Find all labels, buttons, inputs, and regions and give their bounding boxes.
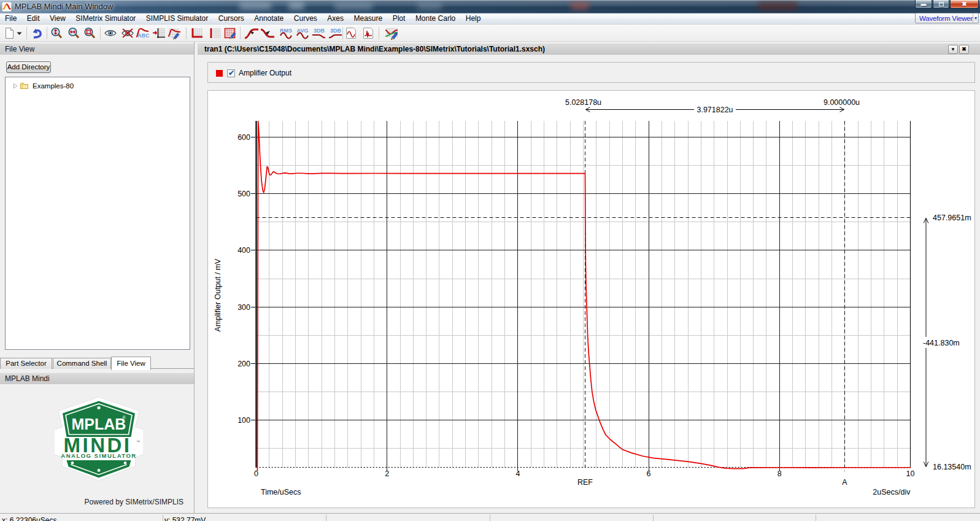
dropdown-arrow-icon: ▼ [973, 16, 978, 20]
svg-text:MPLAB: MPLAB [72, 415, 126, 433]
main-area: File View Add Directory Examples-80 Part… [0, 42, 980, 513]
menu-item-cursors[interactable]: Cursors [213, 14, 249, 24]
zoom-x-extents-button[interactable] [68, 26, 80, 40]
add-axis-icon [152, 27, 166, 39]
menu-item-edit[interactable]: Edit [22, 14, 45, 24]
zoom-y-extents-button[interactable] [50, 26, 63, 40]
define-curve-button[interactable] [384, 26, 399, 40]
svg-text:®: ® [122, 415, 126, 420]
menu-item-help[interactable]: Help [461, 14, 486, 24]
status-separator [490, 515, 490, 521]
measure-rise-time-button[interactable] [244, 26, 259, 40]
tab-part-selector[interactable]: Part Selector [0, 358, 52, 369]
waveform-chart[interactable]: 0246810100200300400500600Time/uSecs2uSec… [207, 90, 975, 508]
measure-average-button[interactable]: AVG [295, 26, 311, 40]
plot-ac-button[interactable] [345, 26, 357, 40]
graph-options-icon [223, 27, 237, 39]
menu-item-file[interactable]: File [0, 14, 22, 24]
toolbar-separator [100, 27, 101, 39]
menu-item-simetrix-simulator[interactable]: SIMetrix Simulator [71, 14, 141, 24]
document-list-button[interactable]: ▼ [948, 45, 958, 54]
a-cursor-y-value: 16.13540m [933, 463, 971, 471]
toolbar: ABCRMSAVG3DB3DB [0, 25, 980, 42]
y-tick-label: 400 [237, 246, 250, 255]
maximize-button[interactable] [933, 0, 949, 9]
new-file-button[interactable] [3, 26, 15, 40]
zoom-rectangle-button[interactable] [83, 26, 96, 40]
file-view-panel: File View Add Directory Examples-80 Part… [0, 42, 195, 513]
undo-icon [31, 27, 43, 39]
glass-blur-decoration [288, 2, 304, 10]
maximize-icon [939, 2, 944, 6]
glass-blur-decoration [417, 2, 442, 10]
menu-items: FileEditViewSIMetrix SimulatorSIMPLIS Si… [0, 14, 486, 24]
curve-color-swatch[interactable] [216, 70, 223, 77]
menu-item-plot[interactable]: Plot [387, 14, 410, 24]
curve-legend-label[interactable]: Amplifier Output [239, 69, 291, 77]
add-axis-button[interactable] [152, 26, 166, 40]
tree-item-examples-80[interactable]: Examples-80 [6, 80, 190, 91]
measure-3db-lowpass-button[interactable]: 3DB [311, 26, 327, 40]
hide-curve-button[interactable] [121, 26, 134, 40]
x-tick-label: 4 [515, 469, 520, 478]
close-button[interactable]: ✖ [950, 0, 979, 9]
powered-by-text: Powered by SIMetrix/SIMPLIS [85, 498, 183, 506]
zoom-box-icon [83, 27, 96, 39]
curve-visibility-checkbox[interactable]: ✔ [227, 69, 235, 77]
status-separator [816, 515, 816, 521]
close-x-icon: ✖ [960, 45, 968, 53]
edit-axis-button[interactable] [168, 26, 181, 40]
graph-options-button[interactable] [223, 26, 237, 40]
menu-item-annotate[interactable]: Annotate [249, 14, 289, 24]
document-close-button[interactable]: ✖ [959, 45, 969, 54]
menu-item-simplis-simulator[interactable]: SIMPLIS Simulator [141, 14, 214, 24]
x-tick-label: 6 [647, 469, 651, 478]
new-file-icon [3, 27, 15, 39]
y-tick-label: 300 [237, 303, 250, 312]
menu-item-view[interactable]: View [45, 14, 71, 24]
new-file-dropdown-button[interactable] [17, 26, 22, 40]
svg-text:ANALOG SIMULATOR: ANALOG SIMULATOR [61, 452, 136, 459]
tab-file-view[interactable]: File View [111, 357, 151, 370]
tab-command-shell[interactable]: Command Shell [53, 358, 111, 369]
add-graph-sheet-button[interactable] [207, 26, 221, 40]
tree-expander-icon[interactable] [12, 83, 18, 89]
status-separator [326, 515, 326, 521]
label-curve-button[interactable]: ABC [136, 26, 149, 40]
svg-text:ABC: ABC [137, 33, 149, 39]
svg-text:3DB: 3DB [330, 28, 341, 34]
logo-area: MPLAB ® MINDI ™ ANALOG SIMULATOR Powered… [0, 385, 194, 513]
ref-cursor-y-value: 457.9651m [933, 214, 971, 222]
menu-item-monte-carlo[interactable]: Monte Carlo [411, 14, 461, 24]
menu-item-curves[interactable]: Curves [289, 14, 323, 24]
minimize-button[interactable] [915, 0, 932, 9]
plot-fourier-button[interactable] [362, 26, 374, 40]
toolbar-separator [342, 27, 343, 39]
status-field-1: y: 532.77mV [163, 514, 326, 521]
add-grid-icon [190, 27, 204, 39]
dropdown-arrow-icon: ▼ [949, 45, 957, 53]
window-title: MPLAB Mindi Main Window [15, 2, 113, 11]
app-window: MPLAB Mindi Main Window ✖ FileEditViewSI… [0, 0, 980, 521]
measure-3db-highpass-button[interactable]: 3DB [328, 26, 344, 40]
menu-item-measure[interactable]: Measure [349, 14, 387, 24]
file-tree: Examples-80 [5, 77, 190, 350]
document-tab-title[interactable]: tran1 (C:\Users\C15048\Documents\MPLAB M… [204, 45, 545, 53]
waveform-viewer-combo[interactable]: Waveform Viewer ▼ [915, 13, 979, 23]
status-field-2 [326, 514, 490, 521]
undo-button[interactable] [31, 26, 43, 40]
measure-fall-time-button[interactable] [260, 26, 275, 40]
app-icon[interactable] [2, 2, 12, 12]
waveform-viewer-label: Waveform Viewer [916, 15, 973, 22]
show-curve-button[interactable] [104, 26, 117, 40]
checkbox-tick-icon: ✔ [228, 69, 234, 77]
menu-item-axes[interactable]: Axes [322, 14, 349, 24]
toolbar-separator [379, 27, 379, 39]
y-tick-label: 600 [237, 133, 250, 142]
measure-rms-button[interactable]: RMS [278, 26, 294, 40]
window-controls: ✖ [914, 0, 979, 9]
y-axis-title: Amplifier Output / mV [214, 258, 222, 331]
add-directory-button[interactable]: Add Directory [6, 61, 51, 73]
add-grid-button[interactable] [190, 26, 204, 40]
glass-blur-decoration [571, 2, 589, 10]
